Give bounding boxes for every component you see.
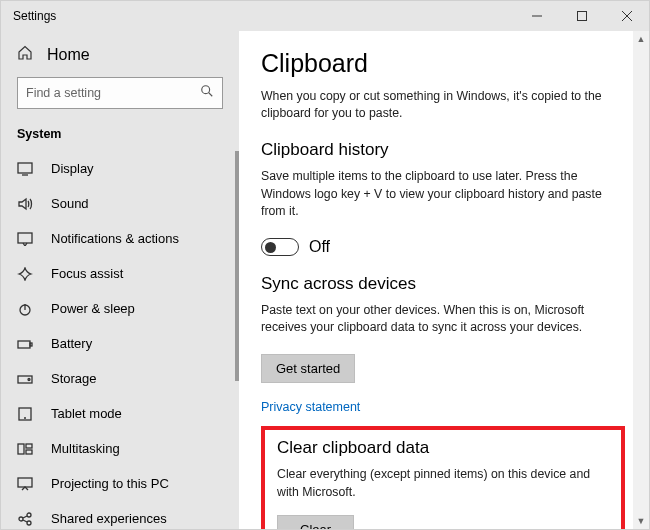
nav-label: Battery	[51, 336, 92, 351]
page-title: Clipboard	[261, 49, 625, 78]
nav-item-projecting[interactable]: Projecting to this PC	[1, 466, 239, 501]
svg-point-14	[28, 378, 30, 380]
history-toggle[interactable]	[261, 238, 299, 256]
battery-icon	[17, 337, 35, 351]
nav-item-focus[interactable]: Focus assist	[1, 256, 239, 291]
nav-item-tablet[interactable]: Tablet mode	[1, 396, 239, 431]
svg-point-22	[27, 513, 31, 517]
projecting-icon	[17, 477, 35, 491]
nav-label: Tablet mode	[51, 406, 122, 421]
search-icon	[200, 84, 214, 102]
nav-label: Projecting to this PC	[51, 476, 169, 491]
main-scrollbar[interactable]: ▲ ▼	[633, 31, 649, 529]
search-input[interactable]	[17, 77, 223, 109]
focus-icon	[17, 267, 35, 281]
nav-item-battery[interactable]: Battery	[1, 326, 239, 361]
svg-rect-6	[18, 163, 32, 173]
nav-label: Multitasking	[51, 441, 120, 456]
close-button[interactable]	[604, 1, 649, 31]
minimize-button[interactable]	[514, 1, 559, 31]
window-title: Settings	[1, 9, 514, 23]
nav-label: Shared experiences	[51, 511, 167, 526]
sync-heading: Sync across devices	[261, 274, 625, 294]
sidebar: Home System Display Sound Notifications …	[1, 31, 239, 529]
shared-icon	[17, 512, 35, 526]
nav-item-display[interactable]: Display	[1, 151, 239, 186]
nav-item-notifications[interactable]: Notifications & actions	[1, 221, 239, 256]
nav-item-sound[interactable]: Sound	[1, 186, 239, 221]
display-icon	[17, 162, 35, 176]
svg-rect-19	[26, 450, 32, 454]
history-desc: Save multiple items to the clipboard to …	[261, 168, 625, 220]
clear-button[interactable]: Clear	[277, 515, 354, 529]
svg-line-24	[23, 516, 27, 518]
history-toggle-label: Off	[309, 238, 330, 256]
intro-text: When you copy or cut something in Window…	[261, 88, 625, 122]
maximize-button[interactable]	[559, 1, 604, 31]
svg-rect-17	[18, 444, 24, 454]
tablet-icon	[17, 407, 35, 421]
clear-heading: Clear clipboard data	[277, 438, 609, 458]
svg-rect-18	[26, 444, 32, 448]
home-icon	[17, 45, 33, 65]
svg-rect-20	[18, 478, 32, 487]
svg-rect-11	[18, 341, 30, 348]
scroll-up-icon[interactable]: ▲	[637, 31, 646, 47]
titlebar: Settings	[1, 1, 649, 31]
svg-point-23	[27, 521, 31, 525]
notifications-icon	[17, 232, 35, 246]
svg-point-4	[202, 86, 210, 94]
multitasking-icon	[17, 442, 35, 456]
get-started-button[interactable]: Get started	[261, 354, 355, 383]
nav-label: Notifications & actions	[51, 231, 179, 246]
nav-label: Power & sleep	[51, 301, 135, 316]
power-icon	[17, 302, 35, 316]
nav-item-storage[interactable]: Storage	[1, 361, 239, 396]
history-heading: Clipboard history	[261, 140, 625, 160]
nav-list: Display Sound Notifications & actions Fo…	[1, 151, 239, 529]
nav-label: Display	[51, 161, 94, 176]
sync-desc: Paste text on your other devices. When t…	[261, 302, 625, 336]
svg-line-25	[23, 520, 27, 522]
svg-rect-12	[30, 343, 32, 346]
svg-rect-1	[577, 12, 586, 21]
nav-item-shared[interactable]: Shared experiences	[1, 501, 239, 529]
scroll-down-icon[interactable]: ▼	[637, 513, 646, 529]
svg-point-21	[19, 517, 23, 521]
nav-label: Focus assist	[51, 266, 123, 281]
clear-section-highlight: Clear clipboard data Clear everything (e…	[261, 426, 625, 529]
nav-item-power[interactable]: Power & sleep	[1, 291, 239, 326]
nav-label: Storage	[51, 371, 97, 386]
nav-label: Sound	[51, 196, 89, 211]
sound-icon	[17, 197, 35, 211]
category-heading: System	[1, 121, 239, 151]
search-field[interactable]	[26, 86, 200, 100]
svg-line-5	[209, 93, 213, 97]
storage-icon	[17, 372, 35, 386]
home-nav[interactable]: Home	[1, 31, 239, 77]
svg-rect-8	[18, 233, 32, 243]
privacy-link[interactable]: Privacy statement	[261, 400, 360, 414]
home-label: Home	[47, 46, 90, 64]
nav-item-multitasking[interactable]: Multitasking	[1, 431, 239, 466]
main-panel: Clipboard When you copy or cut something…	[239, 31, 649, 529]
clear-desc: Clear everything (except pinned items) o…	[277, 466, 609, 500]
